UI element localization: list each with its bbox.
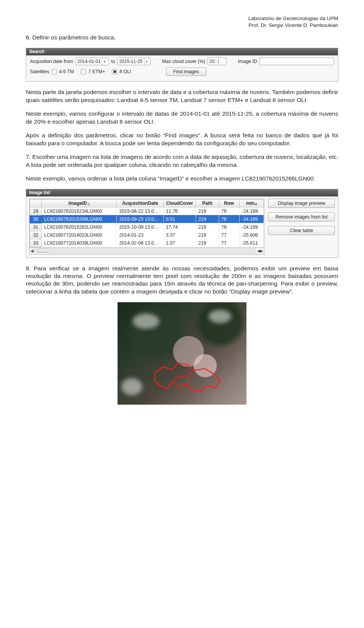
sat8-label: 8 OLI <box>119 69 131 74</box>
table-cell: 77 <box>219 231 239 239</box>
grip-icon <box>33 248 36 253</box>
spinner-icon[interactable]: ▲▼ <box>216 59 221 64</box>
table-row[interactable]: 31LC82190762015282LGN002015-10-09 13:0…1… <box>30 223 264 231</box>
table-cell: 1.07 <box>163 239 196 247</box>
satellites-label: Satellites <box>30 69 49 74</box>
table-cell: 3.37 <box>163 231 196 239</box>
col-blank[interactable] <box>30 199 42 207</box>
checkbox-sat8[interactable]: ✖ <box>112 69 117 74</box>
table-cell: LC82190762015282LGN00 <box>42 223 117 231</box>
table-cell: -24.169 <box>239 215 264 223</box>
page-header: Laboratório de Geotecnologias da UPM Pro… <box>26 15 338 29</box>
sat45-label: 4-5 TM <box>59 69 74 74</box>
table-cell: -24.169 <box>239 223 264 231</box>
table-cell: 2015-10-09 13:0… <box>117 223 163 231</box>
table-cell: 2014-02-08 13:0… <box>117 239 163 247</box>
table-cell: 29 <box>30 207 42 215</box>
table-cell: 0.51 <box>163 215 196 223</box>
table-cell: 32 <box>30 231 42 239</box>
remove-images-button[interactable]: Remove images from list <box>268 212 335 221</box>
table-row[interactable]: 33LC82190772014039LGN002014-02-08 13:0…1… <box>30 239 264 247</box>
paragraph-2: Neste exemplo, vamos configurar o interv… <box>26 110 338 126</box>
header-line2: Prof. Dr. Sergio Vicente D. Pamboukian <box>26 22 338 29</box>
checkbox-sat45[interactable] <box>52 69 57 74</box>
satellite-preview-image <box>118 302 246 405</box>
image-list-panel: Image list ImageID△ <box>26 189 338 258</box>
table-row[interactable]: 29LC82190762015234LGN002015-08-22 13:0…1… <box>30 207 264 215</box>
table-cell: 2015-08-22 13:0… <box>117 207 163 215</box>
paragraph-1: Nesta parte da janela podemos escolher o… <box>26 88 338 104</box>
table-cell: 30 <box>30 215 42 223</box>
table-cell: 219 <box>196 223 219 231</box>
search-panel: Search Acqusition date from 2014-01-01 ▾… <box>26 48 338 82</box>
checkbox-sat7[interactable] <box>81 69 86 74</box>
table-row[interactable]: 32LC82190772014023LGN002014-01-233.37219… <box>30 231 264 239</box>
scroll-thumb[interactable] <box>38 249 48 253</box>
scroll-track[interactable] <box>37 248 256 253</box>
table-cell: 17.74 <box>163 223 196 231</box>
chevron-down-icon: ▾ <box>144 58 149 65</box>
image-id-label: Image ID <box>238 59 257 64</box>
table-cell: 219 <box>196 207 219 215</box>
table-cell: 76 <box>219 223 239 231</box>
image-table[interactable]: ImageID△ AcquisitionDate CloudCover Path… <box>29 199 264 248</box>
image-list-title: Image list <box>26 189 338 196</box>
scroll-left-icon[interactable]: ◀ <box>30 249 33 253</box>
table-cell: -24.169 <box>239 207 264 215</box>
table-cell: -25.606 <box>239 231 264 239</box>
table-cell: 31 <box>30 223 42 231</box>
sat7-label: 7 ETM+ <box>88 69 105 74</box>
header-line1: Laboratório de Geotecnologias da UPM <box>26 15 338 22</box>
paragraph-3: Após a definição dos parâmetros, clicar … <box>26 132 338 147</box>
date-to-input[interactable]: 2015-11-25 ▾ <box>117 58 151 65</box>
table-cell: 219 <box>196 215 219 223</box>
date-to-label: to <box>111 59 115 64</box>
display-preview-button[interactable]: Display image preview <box>268 199 335 208</box>
date-from-input[interactable]: 2014-01-01 ▾ <box>75 58 109 65</box>
table-cell: 2015-09-23 13:0… <box>117 215 163 223</box>
cloud-cover-input[interactable]: 20 ▲▼ <box>207 58 226 65</box>
region-outline <box>152 359 224 395</box>
horizontal-scrollbar[interactable]: ◀ ◀ ▶ <box>29 248 264 254</box>
table-cell: LC82190762015234LGN00 <box>42 207 117 215</box>
table-cell: 77 <box>219 239 239 247</box>
section-6-title: 6. Definir os parâmetros de busca. <box>26 34 338 41</box>
paragraph-4: 7. Escolher uma imagem na lista de image… <box>26 153 338 169</box>
chevron-up-icon: ▴ <box>255 202 257 206</box>
max-cloud-label: Max cloud cover (%) <box>162 59 205 64</box>
col-row[interactable]: Row <box>219 199 239 207</box>
acq-date-from-label: Acqusition date from <box>30 59 73 64</box>
scroll-right-icon[interactable]: ▶ <box>260 249 263 253</box>
col-cloud[interactable]: CloudCover <box>163 199 196 207</box>
chevron-down-icon: ▾ <box>102 58 107 65</box>
table-row[interactable]: 30LC82190762015266LGN002015-09-23 13:0…0… <box>30 215 264 223</box>
table-header-row[interactable]: ImageID△ AcquisitionDate CloudCover Path… <box>30 199 264 207</box>
col-acqdate[interactable]: AcquisitionDate <box>117 199 163 207</box>
sort-asc-icon: △ <box>88 202 90 206</box>
table-cell: 11.76 <box>163 207 196 215</box>
scroll-left2-icon[interactable]: ◀ <box>257 249 260 253</box>
clear-table-button[interactable]: Clear table <box>268 226 335 235</box>
table-cell: -25.611 <box>239 239 264 247</box>
table-cell: 219 <box>196 239 219 247</box>
search-panel-title: Search <box>26 48 338 55</box>
col-min[interactable]: min▴ <box>239 199 264 207</box>
paragraph-5: Neste exemplo, vamos ordenar a lista pel… <box>26 175 338 182</box>
table-cell: 76 <box>219 215 239 223</box>
col-path[interactable]: Path <box>196 199 219 207</box>
table-cell: 76 <box>219 207 239 215</box>
find-images-button[interactable]: Find images <box>166 68 206 76</box>
table-cell: 2014-01-23 <box>117 231 163 239</box>
table-cell: 219 <box>196 231 219 239</box>
table-cell: 33 <box>30 239 42 247</box>
table-cell: LC82190772014023LGN00 <box>42 231 117 239</box>
image-id-input[interactable] <box>259 58 334 65</box>
table-cell: LC82190772014039LGN00 <box>42 239 117 247</box>
paragraph-6: 8. Para verificar se a imagem realmente … <box>26 265 338 296</box>
col-imageid[interactable]: ImageID△ <box>42 199 117 207</box>
table-cell: LC82190762015266LGN00 <box>42 215 117 223</box>
